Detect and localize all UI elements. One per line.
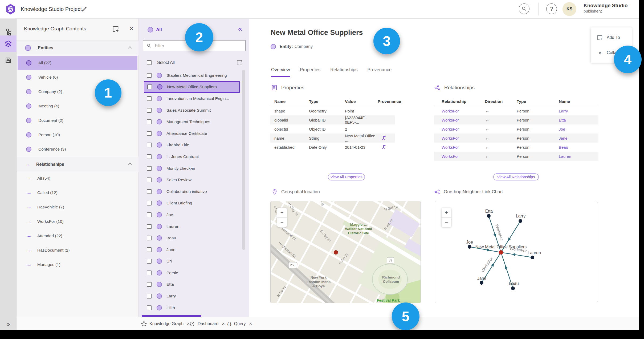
collapse-panel-icon[interactable]: «: [238, 25, 242, 33]
item-checkbox[interactable]: [147, 282, 152, 287]
link-chart-canvas: WorksFor WorksFor WorksFor Etta Larry Jo…: [435, 201, 598, 303]
sidebar-item-person[interactable]: Person (10): [18, 128, 137, 142]
close-tab-icon[interactable]: ×: [249, 321, 252, 327]
column-header: Provenance: [378, 99, 400, 104]
entities-section-header[interactable]: Entities: [17, 41, 138, 55]
list-item[interactable]: Sales Review: [144, 174, 240, 186]
list-item[interactable]: Beau: [144, 232, 240, 244]
item-checkbox[interactable]: [147, 177, 152, 182]
rail-item-save[interactable]: [0, 52, 17, 68]
tab-properties[interactable]: Properties: [300, 67, 320, 77]
view-all-relationships-button[interactable]: View All Relationships: [493, 173, 539, 180]
center-node[interactable]: [499, 250, 503, 255]
list-item[interactable]: Innovations in Mechanical Engin...: [144, 93, 240, 104]
relationships-section-header[interactable]: → Relationships: [17, 157, 138, 172]
item-checkbox[interactable]: [147, 259, 152, 264]
map[interactable]: k Rd W Clay St Sal N 3rd St N 4th St Mar…: [270, 201, 421, 303]
search-button[interactable]: [519, 3, 529, 14]
item-checkbox[interactable]: [147, 73, 152, 78]
list-item[interactable]: Collaboration initiative: [144, 186, 240, 197]
tab-knowledge-graph[interactable]: Knowledge Graph ×: [141, 317, 190, 330]
list-item[interactable]: Uri: [144, 256, 240, 267]
tab-relationships[interactable]: Relationships: [330, 67, 357, 77]
list-item[interactable]: Etta: [144, 279, 240, 290]
column-header: Relationship: [442, 99, 485, 104]
rail-item-layers[interactable]: [0, 35, 17, 52]
list-item[interactable]: Lauren: [144, 221, 240, 232]
list-item[interactable]: Montly check-in: [144, 163, 240, 174]
list-item[interactable]: Larry: [144, 290, 240, 302]
item-checkbox[interactable]: [147, 201, 152, 205]
list-item[interactable]: Attendance Certificate: [144, 128, 240, 139]
map-poi-label: Coliseum: [383, 280, 399, 284]
item-checkbox[interactable]: [147, 84, 152, 89]
relationship-arrow-icon: →: [25, 162, 31, 167]
view-all-properties-button[interactable]: View All Properties: [328, 173, 365, 180]
linkchart-section-title: One-hop Neighbor Link Chart: [444, 189, 503, 195]
tab-query[interactable]: { } Query ×: [227, 317, 252, 330]
zoom-in-button[interactable]: +: [277, 208, 287, 218]
add-to-new-list-icon[interactable]: [112, 25, 119, 33]
zoom-out-button[interactable]: −: [277, 218, 287, 227]
item-checkbox[interactable]: [147, 154, 152, 159]
sidebar-item-worksfor[interactable]: → WorksFor (10): [18, 214, 137, 229]
sidebar-item-entities-all[interactable]: All (27): [18, 56, 137, 70]
zoom-in-button[interactable]: +: [442, 208, 451, 218]
list-item[interactable]: Client Briefing: [144, 197, 240, 209]
tab-provenance[interactable]: Provenance: [367, 67, 392, 77]
item-checkbox[interactable]: [147, 96, 152, 101]
item-checkbox[interactable]: [147, 189, 152, 194]
select-all-checkbox[interactable]: [147, 60, 152, 65]
item-checkbox[interactable]: [147, 305, 152, 310]
list-item[interactable]: Managment Techniques: [144, 116, 240, 128]
provenance-flag-icon[interactable]: [378, 144, 400, 150]
zoom-out-button[interactable]: −: [442, 218, 451, 227]
add-selection-icon[interactable]: [236, 59, 243, 66]
item-checkbox[interactable]: [147, 108, 152, 113]
list-item[interactable]: Lilith: [144, 302, 240, 314]
list-item-selected[interactable]: New Metal Office Suppliers: [144, 81, 240, 93]
item-checkbox[interactable]: [147, 247, 152, 252]
help-button[interactable]: ?: [546, 3, 557, 14]
list-item[interactable]: Firebird Title: [144, 139, 240, 151]
list-item[interactable]: Jane: [144, 244, 240, 256]
provenance-flag-icon[interactable]: [378, 135, 400, 141]
list-item[interactable]: Persie: [144, 267, 240, 279]
sidebar-item-conference[interactable]: Conference (3): [18, 142, 137, 156]
item-checkbox[interactable]: [147, 271, 152, 275]
sidebar-item-hasvehicle[interactable]: → HasVehicle (7): [18, 200, 137, 214]
list-item[interactable]: Staplers Mechanical Engineering: [144, 70, 240, 81]
sidebar-item-manages[interactable]: → Manages (1): [18, 257, 137, 272]
sidebar-item-hasdocument[interactable]: → HasDocument (2): [18, 243, 137, 257]
sidebar-item-attended[interactable]: → Attended (22): [18, 229, 137, 243]
avatar[interactable]: KS: [563, 2, 576, 16]
sidebar-item-meeting[interactable]: Meeting (4): [18, 99, 137, 113]
item-checkbox[interactable]: [147, 166, 152, 171]
link-chart[interactable]: WorksFor WorksFor WorksFor Etta Larry Jo…: [435, 201, 598, 303]
item-checkbox[interactable]: [147, 224, 152, 229]
item-checkbox[interactable]: [147, 294, 152, 298]
close-tab-icon[interactable]: ×: [222, 321, 225, 327]
item-checkbox[interactable]: [147, 119, 152, 124]
list-item[interactable]: Sales Associate Summit: [144, 104, 240, 116]
expand-rail-icon[interactable]: »: [0, 321, 17, 328]
tab-dashboard[interactable]: Dashboard ×: [189, 317, 225, 330]
item-checkbox[interactable]: [147, 212, 152, 217]
sidebar-item-vehicle[interactable]: Vehicle (6): [18, 70, 137, 84]
item-checkbox[interactable]: [147, 236, 152, 240]
tab-overview[interactable]: Overview: [271, 67, 290, 77]
contents-panel-title: Knowledge Graph Contents: [24, 26, 86, 32]
sidebar-item-called[interactable]: → Called (12): [18, 185, 137, 200]
table-row: WorksFor ← Person Etta: [434, 115, 598, 124]
item-checkbox[interactable]: [147, 131, 152, 136]
list-item[interactable]: L. Jones Contract: [144, 151, 240, 163]
close-panel-icon[interactable]: ×: [129, 24, 133, 33]
list-item[interactable]: Joe: [144, 209, 240, 221]
list-scrollbar[interactable]: [242, 70, 245, 250]
entity-type-icon: [25, 45, 31, 51]
edit-title-icon[interactable]: [81, 6, 88, 13]
sidebar-item-rel-all[interactable]: → All (54): [18, 171, 137, 185]
sidebar-item-document[interactable]: Document (2): [18, 113, 137, 128]
item-checkbox[interactable]: [147, 143, 152, 147]
add-to-menu-item[interactable]: Add To: [591, 32, 632, 43]
